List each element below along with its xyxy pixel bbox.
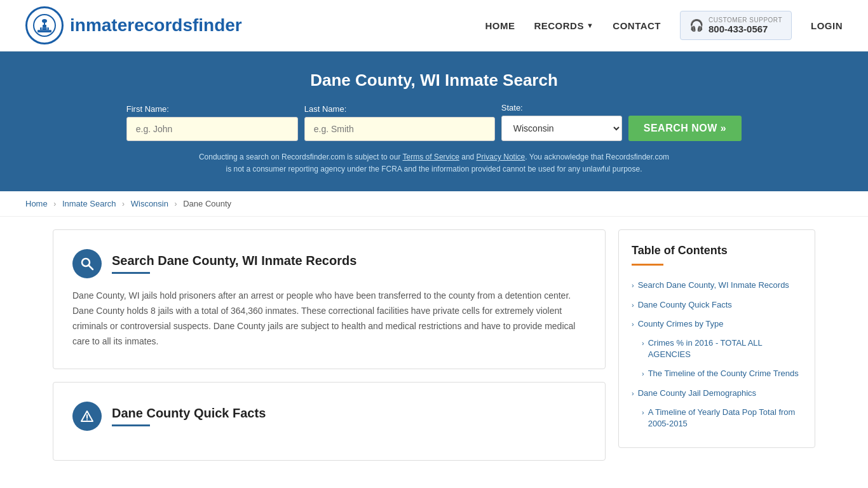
svg-line-13 bbox=[89, 266, 93, 270]
logo-text: inmaterecordsfinder bbox=[70, 15, 242, 36]
toc-card: Table of Contents ›Search Dane County, W… bbox=[618, 229, 815, 448]
toc-item[interactable]: ›County Crimes by Type bbox=[632, 315, 802, 334]
headset-icon: 🎧 bbox=[689, 18, 703, 32]
chevron-right-icon: › bbox=[632, 281, 634, 290]
svg-point-15 bbox=[86, 419, 88, 420]
toc-item[interactable]: ›Dane County Quick Facts bbox=[632, 295, 802, 315]
toc-item[interactable]: ›Crimes % in 2016 - TOTAL ALL AGENCIES bbox=[632, 334, 802, 364]
state-label: State: bbox=[501, 103, 523, 112]
breadcrumb-sep-1: › bbox=[53, 200, 56, 208]
quick-facts-title: Dane County Quick Facts bbox=[112, 406, 266, 421]
main-nav: HOME RECORDS ▼ CONTACT 🎧 CUSTOMER SUPPOR… bbox=[485, 11, 843, 40]
breadcrumb-home[interactable]: Home bbox=[25, 199, 48, 208]
section-underline-2 bbox=[112, 424, 150, 426]
search-records-body: Dane County, WI jails hold prisoners aft… bbox=[72, 288, 586, 349]
section-underline bbox=[112, 272, 150, 274]
chevron-right-icon: › bbox=[632, 301, 634, 310]
search-records-title: Search Dane County, WI Inmate Records bbox=[112, 254, 356, 268]
content-area: Search Dane County, WI Inmate Records Da… bbox=[53, 229, 606, 473]
state-group: State: Wisconsin Alabama Alaska Arizona … bbox=[501, 103, 622, 141]
toc-title: Table of Contents bbox=[632, 244, 802, 257]
logo-area: inmaterecordsfinder bbox=[25, 6, 242, 44]
svg-rect-9 bbox=[49, 27, 50, 30]
breadcrumb: Home › Inmate Search › Wisconsin › Dane … bbox=[0, 191, 868, 217]
search-records-header: Search Dane County, WI Inmate Records bbox=[72, 249, 586, 278]
chevron-right-icon: › bbox=[632, 389, 634, 398]
breadcrumb-county: Dane County bbox=[183, 199, 231, 208]
main-container: Search Dane County, WI Inmate Records Da… bbox=[27, 229, 841, 473]
search-icon bbox=[72, 249, 102, 278]
toc-underline bbox=[632, 264, 663, 266]
banner-title: Dane County, WI Inmate Search bbox=[25, 71, 843, 90]
chevron-down-icon: ▼ bbox=[587, 22, 593, 29]
disclaimer-text: Conducting a search on Recordsfinder.com… bbox=[196, 151, 672, 175]
customer-support-box: 🎧 CUSTOMER SUPPORT 800-433-0567 bbox=[680, 11, 792, 40]
svg-rect-1 bbox=[37, 30, 51, 32]
toc-item[interactable]: ›Search Dane County, WI Inmate Records bbox=[632, 276, 802, 295]
nav-contact[interactable]: CONTACT bbox=[613, 20, 661, 31]
svg-rect-8 bbox=[46, 27, 48, 30]
state-select[interactable]: Wisconsin Alabama Alaska Arizona Califor… bbox=[501, 116, 622, 141]
search-button[interactable]: SEARCH NOW » bbox=[628, 116, 742, 141]
svg-rect-7 bbox=[41, 27, 43, 30]
first-name-group: First Name: bbox=[126, 104, 298, 141]
terms-link[interactable]: Terms of Service bbox=[403, 152, 459, 161]
logo-icon bbox=[25, 6, 64, 44]
site-header: inmaterecordsfinder HOME RECORDS ▼ CONTA… bbox=[0, 0, 868, 51]
alert-icon bbox=[72, 402, 102, 431]
toc-item[interactable]: ›The Timeline of the County Crime Trends bbox=[632, 364, 802, 383]
nav-home[interactable]: HOME bbox=[485, 20, 515, 31]
chevron-right-icon: › bbox=[642, 369, 644, 379]
chevron-right-icon: › bbox=[642, 339, 644, 348]
svg-rect-6 bbox=[39, 27, 40, 30]
last-name-group: Last Name: bbox=[304, 104, 495, 141]
nav-records[interactable]: RECORDS ▼ bbox=[534, 20, 593, 31]
last-name-input[interactable] bbox=[304, 117, 495, 141]
quick-facts-card: Dane County Quick Facts bbox=[53, 382, 606, 461]
breadcrumb-sep-3: › bbox=[175, 200, 177, 208]
quick-facts-header: Dane County Quick Facts bbox=[72, 402, 586, 431]
first-name-label: First Name: bbox=[126, 104, 169, 114]
breadcrumb-inmate-search[interactable]: Inmate Search bbox=[62, 199, 116, 208]
first-name-input[interactable] bbox=[126, 117, 298, 141]
chevron-right-icon: › bbox=[632, 320, 634, 329]
breadcrumb-sep-2: › bbox=[122, 200, 125, 208]
toc-item[interactable]: ›Dane County Jail Demographics bbox=[632, 384, 802, 403]
search-form: First Name: Last Name: State: Wisconsin … bbox=[25, 103, 843, 141]
sidebar: Table of Contents ›Search Dane County, W… bbox=[618, 229, 815, 448]
privacy-link[interactable]: Privacy Notice bbox=[477, 152, 526, 161]
last-name-label: Last Name: bbox=[304, 104, 346, 114]
toc-item[interactable]: ›A Timeline of Yearly Data Pop Total fro… bbox=[632, 403, 802, 433]
nav-login[interactable]: LOGIN bbox=[811, 20, 843, 31]
support-label: CUSTOMER SUPPORT bbox=[709, 17, 782, 24]
search-records-card: Search Dane County, WI Inmate Records Da… bbox=[53, 229, 606, 369]
support-phone: 800-433-0567 bbox=[709, 24, 782, 34]
svg-point-5 bbox=[42, 19, 47, 23]
breadcrumb-state[interactable]: Wisconsin bbox=[131, 199, 168, 208]
toc-list: ›Search Dane County, WI Inmate Records›D… bbox=[632, 276, 802, 433]
search-banner: Dane County, WI Inmate Search First Name… bbox=[0, 51, 868, 191]
svg-rect-3 bbox=[43, 25, 46, 27]
chevron-right-icon: › bbox=[642, 408, 644, 417]
